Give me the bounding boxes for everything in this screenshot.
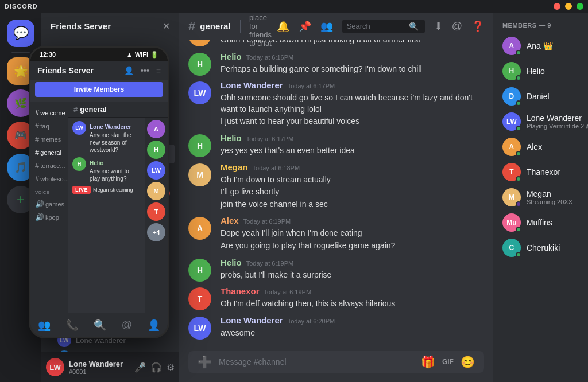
- phone-invite-button[interactable]: Invite Members: [35, 82, 163, 97]
- phone-channel-wholesome[interactable]: # wholeso...: [30, 172, 68, 185]
- phone-nav-at[interactable]: @: [122, 319, 132, 331]
- member-item[interactable]: A Alex: [498, 134, 588, 159]
- minimize-btn[interactable]: [565, 3, 572, 10]
- phone-channel-games-voice[interactable]: 🔊 games: [30, 197, 68, 211]
- message-avatar: LW: [188, 81, 211, 104]
- phone-settings-icon[interactable]: •••: [141, 66, 149, 75]
- app-title: DISCORD: [5, 3, 38, 10]
- phone-channel-kpop-voice[interactable]: 🔊 kpop: [30, 211, 68, 224]
- member-info: Alex: [527, 142, 588, 151]
- phone-channel-welcome[interactable]: # welcome: [30, 106, 68, 119]
- at-icon[interactable]: @: [452, 20, 462, 32]
- current-user-avatar: LW: [46, 358, 64, 376]
- phone-nav-profile[interactable]: 👤: [148, 319, 160, 332]
- message-group: T Thanexor Today at 6:19PM Oh I'm deff w…: [179, 284, 493, 313]
- phone-channel-name: kpop: [45, 214, 59, 221]
- phone-side-avatar-extra: +4: [147, 223, 165, 241]
- gif-icon[interactable]: GIF: [442, 358, 454, 366]
- hash-icon: #: [35, 135, 39, 143]
- message-text: yes yes yes that's an even better idea: [220, 145, 484, 157]
- bell-icon[interactable]: 🔔: [277, 20, 289, 33]
- chat-header: # general A place for friends to chat 🔔 …: [179, 13, 493, 40]
- message-input[interactable]: [219, 351, 414, 373]
- message-text: Oh I'm deff watching then, this is alway…: [220, 298, 484, 310]
- emoji-icon[interactable]: 😊: [461, 355, 475, 369]
- phone-nav-search[interactable]: 🔍: [94, 319, 106, 332]
- member-item[interactable]: LW Lone Wanderer Playing Vermintide 2 🎮: [498, 109, 588, 134]
- phone-side-avatar-ana: A: [147, 120, 165, 138]
- member-item[interactable]: Mu Muffins: [498, 210, 588, 235]
- member-item[interactable]: C Cherukiki: [498, 235, 588, 260]
- gift-icon[interactable]: 🎁: [421, 355, 435, 369]
- message-group: LW Lone Wanderer Today at 6:17PM Ohh som…: [179, 78, 493, 131]
- settings-icon[interactable]: ⚙: [167, 362, 175, 373]
- server-header[interactable]: Friends Server ✕: [41, 13, 179, 40]
- add-attachment-icon[interactable]: ➕: [198, 355, 212, 369]
- phone-nav-voice[interactable]: 📞: [66, 319, 79, 332]
- phone-avatars-column: A H LW M T +4: [145, 118, 168, 313]
- message-timestamp: Today at 6:19PM: [264, 289, 312, 295]
- help-icon[interactable]: ❓: [471, 20, 484, 33]
- message-text-line: Ohhh I could be down I'm just making a b…: [220, 40, 484, 46]
- phone-header: Friends Server 👤 ••• ≡: [30, 61, 168, 80]
- member-item[interactable]: D Daniel: [498, 84, 588, 109]
- hash-icon: #: [35, 161, 39, 170]
- message-timestamp: Today at 6:19PM: [243, 218, 291, 225]
- phone-side-avatar-megan: M: [147, 182, 165, 200]
- phone-nav-friends[interactable]: 👥: [38, 319, 51, 332]
- member-item[interactable]: T Thanexor: [498, 159, 588, 185]
- message-text-line: Ohh someone should go live so I can watc…: [220, 92, 484, 115]
- hash-icon: #: [35, 122, 39, 130]
- download-icon[interactable]: ⬇: [434, 20, 443, 33]
- message-content: Helio Today at 6:16PM Perhaps a building…: [220, 52, 484, 76]
- mic-icon[interactable]: 🎤: [134, 362, 146, 373]
- phone-hamburger-icon[interactable]: ≡: [156, 66, 161, 75]
- member-avatar: C: [502, 239, 521, 257]
- search-input[interactable]: [347, 22, 404, 30]
- phone-side-avatar-lone: LW: [147, 161, 165, 180]
- phone-server-name: Friends Server: [37, 66, 94, 75]
- message-header: Alex Today at 6:19PM: [220, 216, 484, 225]
- member-avatar: A: [502, 37, 521, 55]
- members-icon[interactable]: 👥: [320, 20, 333, 33]
- chat-area: # general A place for friends to chat 🔔 …: [179, 13, 493, 382]
- message-author: Alex: [220, 216, 239, 225]
- phone-channel-general[interactable]: # general: [30, 146, 68, 159]
- headset-icon[interactable]: 🎧: [150, 362, 162, 373]
- phone-add-member-icon[interactable]: 👤: [124, 66, 134, 75]
- status-dot: [516, 252, 521, 258]
- search-bar[interactable]: 🔍: [342, 20, 425, 33]
- message-author: Megan: [220, 162, 248, 172]
- member-item[interactable]: H Helio: [498, 59, 588, 84]
- member-item[interactable]: A Ana 👑: [498, 33, 588, 59]
- phone-channel-terrace-house[interactable]: # terrace...: [30, 159, 68, 172]
- close-btn[interactable]: [554, 3, 560, 10]
- phone-channel-memes[interactable]: # memes: [30, 132, 68, 146]
- message-timestamp: Today at 6:16PM: [246, 54, 294, 61]
- message-author: Helio: [220, 133, 242, 143]
- message-author: Helio: [220, 258, 242, 267]
- current-user-name: Lone Wanderer: [69, 360, 130, 368]
- member-avatar: H: [502, 62, 521, 80]
- message-content: Alex Today at 6:16PM Ohhh I could be dow…: [220, 40, 484, 47]
- message-timestamp: Today at 6:17PM: [288, 83, 335, 89]
- phone-messages: LW Lone Wanderer Anyone start the new se…: [68, 118, 145, 313]
- phone-channel-name: general: [40, 149, 61, 156]
- phone-status-bar: 12:30 ▲ WiFi 🔋: [30, 48, 168, 61]
- message-timestamp: Today at 6:20PM: [288, 318, 335, 325]
- pin-icon[interactable]: 📌: [299, 20, 311, 33]
- message-header: Helio Today at 6:17PM: [220, 133, 484, 143]
- server-icon-discord[interactable]: 💬: [7, 20, 34, 47]
- member-avatar: Mu: [502, 213, 521, 232]
- member-item[interactable]: M Megan Streaming 20XX: [498, 185, 588, 210]
- message-group: H Helio Today at 6:16PM Perhaps a buildi…: [179, 49, 493, 79]
- member-info: Thanexor: [527, 167, 588, 177]
- phone-channel-faq[interactable]: # faq: [30, 119, 68, 132]
- maximize-btn[interactable]: [577, 3, 583, 10]
- message-avatar: H: [188, 259, 211, 282]
- message-text-line: Dope yeah I'll join when I'm done eating: [220, 228, 484, 239]
- message-header: Helio Today at 6:16PM: [220, 52, 484, 61]
- message-group: A Alex Today at 6:16PM Ohhh I could be d…: [179, 40, 493, 49]
- message-author: Thanexor: [220, 286, 260, 296]
- member-name: Alex: [527, 142, 588, 151]
